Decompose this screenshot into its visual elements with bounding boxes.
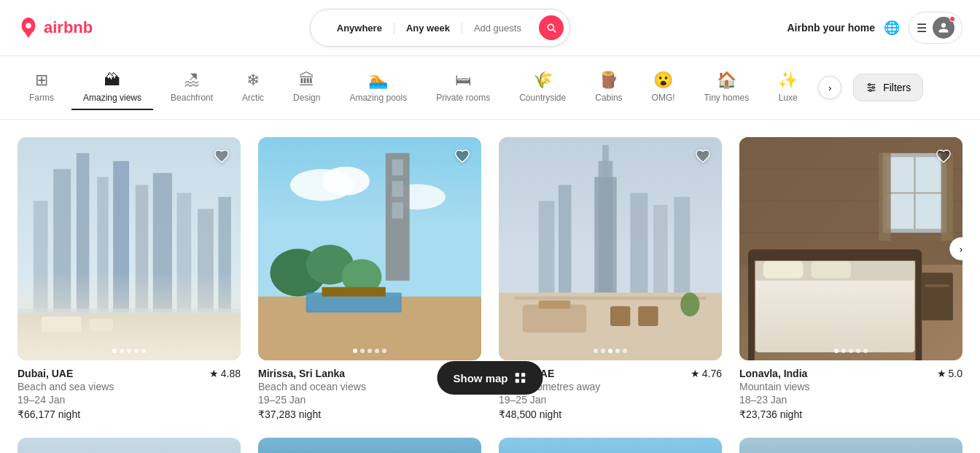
omg-icon: 😮 — [653, 71, 673, 90]
show-map-button[interactable]: Show map — [437, 361, 542, 395]
svg-rect-11 — [113, 161, 129, 313]
partial-row — [18, 438, 962, 453]
notification-dot — [949, 16, 955, 22]
main-content: Dubai, UAE ★ 4.88 Beach and sea views 19… — [0, 120, 980, 453]
svg-rect-66 — [811, 260, 851, 278]
listing-price-mirissa: ₹37,283 night — [258, 409, 481, 420]
svg-rect-70 — [925, 284, 949, 287]
carousel-dots-dubai-1 — [112, 349, 146, 353]
listing-rating-dubai-1: ★ 4.88 — [209, 368, 241, 379]
countryside-icon: 🌾 — [533, 71, 553, 90]
partial-card-2 — [258, 438, 481, 453]
arctic-icon: ❄ — [246, 71, 260, 90]
user-menu[interactable]: ☰ — [909, 12, 962, 44]
listing-price-dubai-1: ₹66,177 night — [18, 409, 241, 420]
svg-rect-73 — [516, 379, 519, 383]
search-bar[interactable]: Anywhere Any week Add guests — [310, 9, 570, 47]
svg-rect-65 — [763, 260, 804, 278]
svg-rect-27 — [392, 181, 403, 197]
wishlist-button-mirissa[interactable] — [452, 146, 472, 166]
airbnb-logo[interactable]: airbnb — [18, 17, 93, 39]
listing-image-dubai-1 — [18, 137, 241, 360]
category-omg[interactable]: 😮 OMG! — [640, 65, 687, 110]
category-design[interactable]: 🏛 Design — [281, 65, 332, 110]
svg-rect-14 — [177, 193, 192, 313]
cabins-icon: 🪵 — [599, 71, 618, 90]
svg-rect-15 — [198, 209, 214, 312]
svg-rect-16 — [218, 197, 230, 312]
listing-image-dubai-2 — [499, 137, 722, 360]
carousel-dots-lonavla — [834, 349, 868, 353]
svg-point-23 — [322, 166, 370, 195]
svg-rect-35 — [322, 287, 385, 296]
wishlist-button-dubai-2[interactable] — [693, 146, 713, 166]
svg-rect-18 — [18, 309, 241, 315]
category-arctic[interactable]: ❄ Arctic — [230, 65, 276, 110]
listing-image-container-dubai-2 — [499, 137, 722, 360]
svg-rect-9 — [77, 153, 89, 313]
svg-rect-10 — [97, 177, 108, 313]
svg-rect-74 — [521, 379, 525, 383]
svg-rect-20 — [89, 319, 113, 330]
category-countryside[interactable]: 🌾 Countryside — [508, 65, 578, 110]
svg-rect-26 — [392, 160, 403, 176]
svg-rect-47 — [523, 305, 586, 333]
partial-card-3 — [499, 438, 722, 453]
avatar — [933, 17, 954, 39]
svg-rect-50 — [638, 306, 658, 326]
wishlist-button-dubai-1[interactable] — [211, 146, 232, 166]
svg-rect-61 — [879, 153, 890, 241]
listing-title-row-lonavla: Lonavla, India ★ 5.0 — [739, 368, 962, 379]
svg-point-4 — [872, 87, 874, 89]
dates-section[interactable]: Any week — [394, 23, 462, 34]
carousel-dots-mirissa — [353, 349, 386, 353]
category-beachfront[interactable]: 🏖 Beachfront — [159, 65, 225, 110]
search-button[interactable] — [539, 15, 564, 40]
location-section[interactable]: Anywhere — [325, 23, 394, 34]
header-right: Airbnb your home 🌐 ☰ — [787, 12, 962, 44]
listing-dates-dubai-2: 19–25 Jan — [499, 394, 722, 406]
svg-rect-46 — [515, 297, 706, 300]
listing-price-lonavla: ₹23,736 night — [739, 409, 962, 420]
filters-button[interactable]: Filters — [853, 74, 923, 101]
svg-rect-69 — [921, 273, 953, 321]
listing-title-row: Dubai, UAE ★ 4.88 — [18, 368, 241, 379]
listing-image-container-mirissa — [258, 137, 481, 360]
partial-card-1 — [18, 438, 241, 453]
hamburger-icon: ☰ — [917, 21, 927, 35]
listing-image-lonavla — [739, 137, 962, 360]
listing-image-mirissa — [258, 137, 481, 360]
amazing-views-icon: 🏔 — [104, 71, 120, 90]
svg-rect-17 — [18, 312, 241, 360]
wishlist-button-lonavla[interactable] — [933, 146, 954, 166]
category-cabins[interactable]: 🪵 Cabins — [583, 65, 634, 110]
guests-section[interactable]: Add guests — [462, 23, 533, 34]
header: airbnb Anywhere Any week Add guests Airb… — [0, 0, 980, 56]
category-tiny-homes[interactable]: 🏠 Tiny homes — [693, 65, 761, 110]
tiny-homes-icon: 🏠 — [717, 71, 736, 90]
category-amazing-views[interactable]: 🏔 Amazing views — [71, 65, 153, 110]
listing-card-dubai-1[interactable]: Dubai, UAE ★ 4.88 Beach and sea views 19… — [18, 137, 241, 420]
partial-card-4 — [739, 438, 962, 453]
listing-card-lonavla[interactable]: › Lonavla, India ★ 5.0 Mountain views — [739, 137, 962, 420]
private-rooms-icon: 🛏 — [455, 71, 471, 90]
category-farms[interactable]: ⊞ Farms — [18, 65, 66, 110]
svg-rect-19 — [42, 317, 82, 333]
listing-image-container — [18, 137, 241, 360]
globe-icon[interactable]: 🌐 — [884, 20, 900, 36]
listing-info-lonavla: Lonavla, India ★ 5.0 Mountain views 18–2… — [739, 368, 962, 420]
farms-icon: ⊞ — [35, 71, 48, 90]
svg-rect-49 — [610, 306, 630, 326]
design-icon: 🏛 — [299, 71, 315, 90]
beachfront-icon: 🏖 — [184, 71, 200, 90]
category-amazing-pools[interactable]: 🏊 Amazing pools — [338, 65, 419, 110]
carousel-dots-dubai-2 — [594, 349, 627, 353]
category-private-rooms[interactable]: 🛏 Private rooms — [424, 65, 502, 110]
listing-info-dubai-1: Dubai, UAE ★ 4.88 Beach and sea views 19… — [18, 368, 241, 420]
svg-rect-34 — [308, 294, 400, 311]
svg-point-5 — [869, 90, 871, 92]
luxe-icon: ✨ — [778, 71, 798, 90]
category-nav-next[interactable]: › — [818, 76, 841, 99]
category-luxe[interactable]: ✨ Luxe — [766, 65, 809, 110]
airbnb-home-link[interactable]: Airbnb your home — [787, 22, 875, 34]
